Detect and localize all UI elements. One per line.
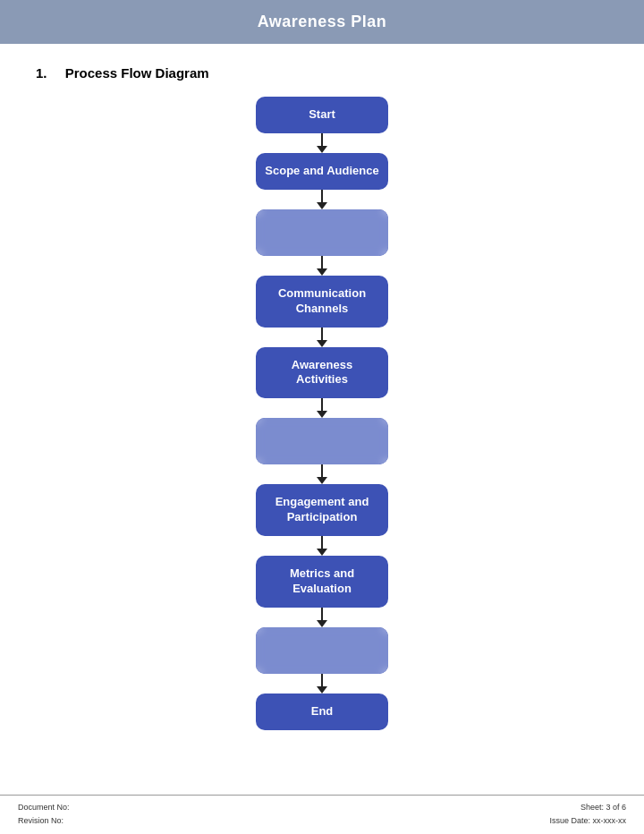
page-header: Awareness Plan: [0, 0, 644, 44]
arrow-9: [317, 674, 327, 694]
section-label: Process Flow Diagram: [65, 65, 209, 81]
arrow-6: [317, 464, 327, 484]
arrow-3: [317, 256, 327, 276]
flow-node-activities: Awareness Activities: [256, 347, 388, 399]
flow-node-blur-1: [256, 209, 388, 256]
section-number: 1.: [36, 65, 47, 81]
flow-node-channels: Communication Channels: [256, 276, 388, 328]
flow-node-end: End: [256, 694, 388, 730]
arrow-2: [317, 190, 327, 209]
flow-node-metrics: Metrics and Evaluation: [256, 556, 388, 608]
arrow-4: [317, 328, 327, 347]
arrow-7: [317, 536, 327, 556]
issue-date-label: Issue Date: xx-xxx-xx: [549, 814, 626, 827]
page-footer: Document No: Revision No: Sheet: 3 of 6 …: [0, 795, 644, 834]
flow-node-blur-3: [256, 627, 388, 674]
arrow-8: [317, 608, 327, 627]
arrow-1: [317, 133, 327, 153]
flow-node-engagement: Engagement and Participation: [256, 484, 388, 536]
footer-right: Sheet: 3 of 6 Issue Date: xx-xxx-xx: [549, 801, 626, 827]
flow-node-blur-2: [256, 418, 388, 464]
arrow-5: [317, 398, 327, 418]
footer-left: Document No: Revision No:: [18, 801, 70, 827]
page-title: Awareness Plan: [18, 13, 626, 31]
flow-node-scope: Scope and Audience: [256, 153, 388, 190]
section-title: 1. Process Flow Diagram: [36, 65, 608, 81]
flow-node-start: Start: [256, 97, 388, 133]
revision-no-label: Revision No:: [18, 814, 70, 827]
sheet-label: Sheet: 3 of 6: [549, 801, 626, 813]
flow-diagram: Start Scope and Audience Communication C…: [36, 97, 608, 730]
main-content: 1. Process Flow Diagram Start Scope and …: [0, 44, 644, 748]
document-no-label: Document No:: [18, 801, 70, 813]
